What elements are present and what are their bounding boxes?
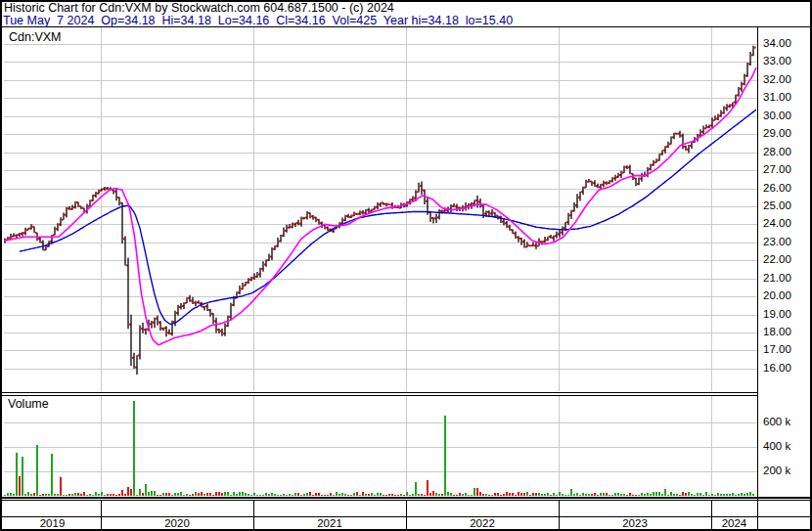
price-tick-label: 19.00 [763,308,791,320]
year-label: 2020 [101,517,253,529]
volume-tick-label: 400 k [763,440,790,452]
price-tick-label: 27.00 [763,163,791,175]
price-tick-label: 25.00 [763,199,791,211]
volume-tick-label: 600 k [763,416,790,427]
price-tick-label: 32.00 [763,73,791,85]
year-label: 2021 [253,517,406,529]
price-tick-label: 20.00 [763,289,791,301]
symbol-label: Cdn:VXM [9,30,62,44]
price-tick-label: 24.00 [763,217,791,229]
price-tick-label: 34.00 [763,37,791,49]
price-tick-label: 23.00 [763,236,791,247]
price-tick-label: 30.00 [763,110,791,121]
price-tick-label: 18.00 [763,326,791,337]
volume-tick-label: 200 k [763,465,790,476]
price-tick-label: 16.00 [763,362,791,374]
year-label: 2024 [711,517,757,529]
stock-chart-window: Historic Chart for Cdn:VXM by Stockwatch… [0,0,812,531]
price-tick-label: 22.00 [763,253,791,265]
price-tick-label: 31.00 [763,91,791,103]
price-tick-label: 29.00 [763,127,791,139]
price-tick-label: 33.00 [763,55,791,66]
year-label: 2023 [559,517,711,529]
quote-summary-line: Tue May 7 2024 Op=34.18 Hi=34.18 Lo=34.1… [3,14,513,27]
price-tick-label: 26.00 [763,182,791,194]
volume-pane-label: Volume [8,397,49,411]
price-volume-canvas [0,0,812,531]
price-tick-label: 21.00 [763,272,791,284]
price-tick-label: 28.00 [763,146,791,157]
price-tick-label: 17.00 [763,343,791,355]
chart-title: Historic Chart for Cdn:VXM by Stockwatch… [4,1,394,15]
year-label: 2019 [4,517,101,529]
year-label: 2022 [406,517,559,529]
